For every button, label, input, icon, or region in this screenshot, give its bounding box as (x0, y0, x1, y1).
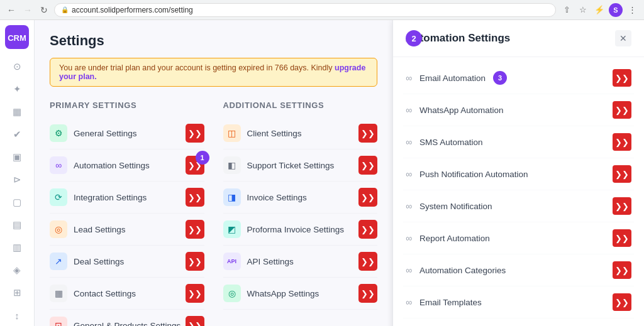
trial-text: You are under trial plan and your accoun… (59, 63, 333, 72)
email-automation-button[interactable]: ❯❯ (613, 69, 631, 87)
lead-settings-label: Lead Settings (74, 225, 126, 234)
email-templates-button[interactable]: ❯❯ (613, 293, 631, 311)
extensions-button[interactable]: ⚡ (592, 3, 606, 17)
automation-icon: ∞ (50, 156, 67, 174)
setting-left: ◎ Lead Settings (50, 220, 126, 238)
infinity-icon-categories: ∞ (406, 265, 412, 275)
sidebar-icon-contacts[interactable]: ▣ (7, 147, 27, 167)
panel-close-button[interactable]: ✕ (615, 30, 631, 46)
lead-icon: ◎ (50, 220, 67, 238)
lead-settings-button[interactable]: ❯❯ (186, 220, 204, 239)
report-automation-button[interactable]: ❯❯ (613, 229, 631, 247)
deal-settings-label: Deal Settings (74, 257, 124, 266)
api-settings-button[interactable]: ❯❯ (358, 252, 377, 271)
report-automation-label: Report Automation (419, 234, 490, 243)
whatsapp-icon: ◎ (223, 285, 241, 302)
deal-settings-button[interactable]: ❯❯ (186, 252, 204, 271)
more-options-button[interactable]: ⋮ (625, 3, 639, 17)
sidebar-icon-briefcase[interactable]: ▢ (7, 192, 27, 212)
panel-item-push-notification: ∞ Push Notification Automation ❯❯ (403, 158, 634, 190)
url-text: account.solidperformers.com/setting (72, 6, 193, 14)
sms-automation-label: SMS Automation (419, 138, 483, 147)
setting-row-general: ⚙ General Settings ❯❯ (50, 117, 204, 149)
whatsapp-automation-label: WhatsApp Automation (419, 106, 504, 115)
infinity-icon-push: ∞ (406, 169, 412, 179)
whatsapp-settings-label: WhatsApp Settings (247, 289, 319, 298)
general-settings-button[interactable]: ❯❯ (186, 124, 204, 143)
profile-menu-button[interactable]: S (609, 3, 623, 17)
automation-settings-label: Automation Settings (74, 161, 150, 170)
infinity-icon-templates: ∞ (406, 297, 412, 307)
support-settings-label: Support Ticket Settings (247, 161, 335, 170)
whatsapp-settings-button[interactable]: ❯❯ (358, 284, 377, 303)
browser-chrome: ← → ↻ 🔒 account.solidperformers.com/sett… (0, 0, 644, 20)
automation-categories-button[interactable]: ❯❯ (613, 261, 631, 279)
panel-item-email-automation: ∞ Email Automation 3 ❯❯ (403, 62, 634, 94)
contact-settings-label: Contact Settings (74, 289, 136, 298)
deal-icon: ↗ (50, 253, 67, 270)
sidebar-icon-integrations[interactable]: ◈ (7, 260, 27, 280)
proforma-settings-button[interactable]: ❯❯ (358, 220, 377, 239)
integration-settings-button[interactable]: ❯❯ (186, 188, 204, 207)
support-settings-button[interactable]: ❯❯ (358, 156, 377, 175)
step-3-badge: 3 (493, 71, 507, 85)
setting-row-proforma: ◩ Proforma Invoice Settings ❯❯ (223, 214, 378, 246)
infinity-icon-system: ∞ (406, 201, 412, 211)
panel-item-whatsapp-automation: ∞ WhatsApp Automation ❯❯ (403, 94, 634, 126)
client-settings-button[interactable]: ❯❯ (358, 124, 377, 143)
whatsapp-automation-button[interactable]: ❯❯ (613, 101, 631, 119)
general-icon: ⚙ (50, 124, 67, 142)
automation-categories-label: Automation Categories (419, 266, 506, 275)
client-icon: ◫ (223, 124, 241, 142)
panel-item-left: ∞ Automation Categories (406, 265, 506, 275)
sidebar-icon-tasks[interactable]: ✔ (7, 124, 27, 144)
reload-button[interactable]: ↻ (38, 4, 50, 16)
sidebar-icon-grid[interactable]: ⊞ (7, 283, 27, 303)
panel-list: ∞ Email Automation 3 ❯❯ ∞ WhatsApp Autom… (393, 57, 644, 326)
sidebar-icon-campaigns[interactable]: ⊳ (7, 170, 27, 190)
setting-row-contact: ▦ Contact Settings ❯❯ (50, 278, 204, 310)
sidebar-icon-reports[interactable]: ▥ (7, 237, 27, 258)
setting-left: ⚙ General Settings (50, 124, 137, 142)
profile-avatar: S (609, 3, 623, 17)
invoice-settings-label: Invoice Settings (247, 193, 307, 202)
setting-left: ∞ Automation Settings (50, 156, 150, 174)
system-notification-button[interactable]: ❯❯ (613, 197, 631, 215)
app-logo[interactable]: CRM (5, 25, 29, 49)
setting-row-api: API API Settings ❯❯ (223, 246, 378, 278)
email-templates-label: Email Templates (419, 298, 482, 307)
panel-header: Automation Settings 2 ✕ (393, 20, 644, 57)
invoice-settings-button[interactable]: ❯❯ (358, 188, 377, 207)
panel-item-left: ∞ Email Templates (406, 297, 482, 307)
forward-button[interactable]: → (21, 4, 34, 16)
invoice-icon: ◨ (223, 188, 241, 206)
system-notification-label: System Notification (419, 202, 492, 211)
panel-item-automation-categories: ∞ Automation Categories ❯❯ (403, 254, 634, 286)
cast-button[interactable]: ⇧ (560, 3, 574, 17)
back-button[interactable]: ← (5, 4, 18, 16)
main-content: Settings You are under trial plan and yo… (35, 20, 392, 326)
setting-left: ◨ Invoice Settings (223, 188, 307, 206)
general-settings-label: General Settings (74, 129, 137, 138)
page-title: Settings (50, 33, 377, 49)
contact-settings-button[interactable]: ❯❯ (186, 284, 204, 303)
panel-item-left: ∞ WhatsApp Automation (406, 105, 504, 115)
integration-icon: ⟳ (50, 188, 67, 206)
sidebar-icon-dashboard[interactable]: ⊙ (7, 57, 27, 77)
sidebar-icon-calendar[interactable]: ▦ (7, 102, 27, 122)
sidebar-icon-more[interactable]: ↕ (7, 305, 27, 325)
panel-item-report-automation: ∞ Report Automation ❯❯ (403, 222, 634, 254)
email-automation-label: Email Automation (419, 73, 486, 83)
trial-banner: You are under trial plan and your accoun… (50, 58, 377, 87)
sidebar-icon-analytics[interactable]: ✦ (7, 79, 27, 99)
address-bar[interactable]: 🔒 account.solidperformers.com/setting (54, 3, 556, 17)
panel-item-sms-automation: ∞ SMS Automation ❯❯ (403, 126, 634, 158)
push-notification-button[interactable]: ❯❯ (613, 165, 631, 183)
contact-icon: ▦ (50, 285, 67, 302)
sidebar-icon-orders[interactable]: ▤ (7, 215, 27, 235)
sms-automation-button[interactable]: ❯❯ (613, 133, 631, 151)
products-icon: ⊡ (50, 317, 67, 326)
support-icon: ◧ (223, 156, 241, 174)
products-settings-button[interactable]: ❯❯ (186, 316, 204, 326)
bookmark-button[interactable]: ☆ (576, 3, 590, 17)
